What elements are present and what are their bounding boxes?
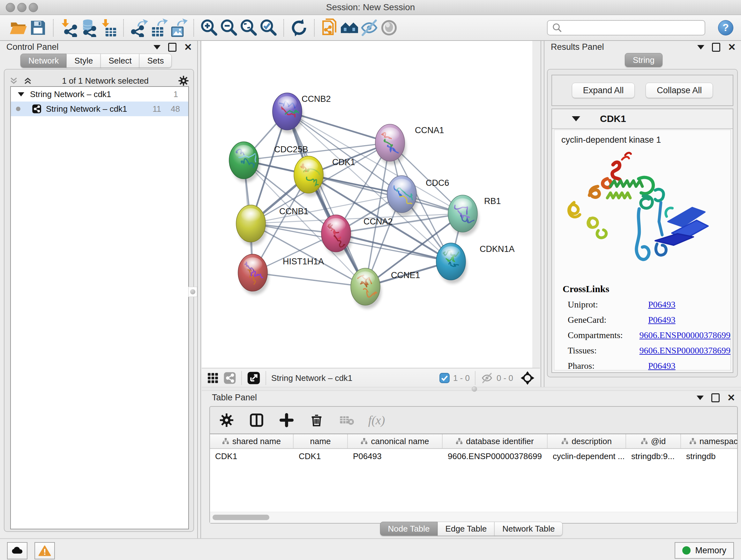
panel-float-icon[interactable] [712, 43, 720, 52]
column-header-shared-name[interactable]: shared name [210, 434, 293, 448]
network-node-CDK1[interactable]: CDK1 [294, 156, 355, 197]
export-image-button[interactable] [169, 18, 188, 38]
column-header-description[interactable]: description [548, 434, 626, 448]
tab-network-table[interactable]: Network Table [494, 522, 562, 536]
crosslink-link[interactable]: P06493 [648, 300, 676, 310]
crosslink-link[interactable]: P06493 [648, 315, 676, 325]
houses-icon [340, 18, 359, 37]
horizontal-splitter[interactable] [202, 387, 741, 391]
import-string-network-button[interactable] [320, 18, 340, 38]
function-builder-button[interactable]: f(x) [368, 412, 385, 428]
panel-close-icon[interactable]: ✕ [728, 43, 736, 52]
panel-close-icon[interactable]: ✕ [184, 43, 192, 52]
right-splitter[interactable] [541, 41, 544, 387]
column-header--id[interactable]: @id [626, 434, 681, 448]
network-node-CCNE1[interactable]: CCNE1 [351, 268, 420, 309]
hide-details-button[interactable] [359, 18, 379, 38]
table-cell[interactable]: 9606.ENSP00000378699 [443, 449, 548, 463]
panel-float-icon[interactable] [711, 393, 720, 402]
grid-view-icon[interactable] [207, 372, 219, 384]
zoom-in-button[interactable] [199, 18, 219, 38]
left-splitter-handle[interactable] [188, 287, 197, 297]
tab-select[interactable]: Select [100, 54, 139, 68]
zoom-selected-button[interactable] [259, 18, 278, 38]
collapse-all-button[interactable]: Collapse All [646, 83, 713, 98]
table-cell[interactable]: stringdb [681, 449, 737, 463]
tab-sets[interactable]: Sets [139, 54, 172, 68]
tab-string[interactable]: String [625, 53, 663, 67]
selected-checkbox-icon[interactable] [439, 373, 450, 383]
zoom-out-button[interactable] [219, 18, 239, 38]
add-column-button[interactable] [278, 412, 295, 428]
delete-column-button[interactable] [308, 412, 325, 428]
table-horizontal-scrollbar[interactable] [210, 512, 737, 523]
string-home-button[interactable] [340, 18, 359, 38]
hidden-eye-icon[interactable] [481, 372, 493, 384]
collapse-section-icon[interactable] [572, 116, 580, 121]
network-node-HIST1H1A[interactable]: HIST1H1A [238, 254, 324, 295]
gear-icon[interactable] [178, 75, 189, 86]
panel-menu-icon[interactable] [697, 45, 704, 50]
delete-table-button[interactable] [338, 412, 355, 428]
column-header-namespace[interactable]: namespace [681, 434, 737, 448]
collapse-all-icon[interactable] [9, 76, 18, 85]
network-tree-row[interactable]: String Network – cdk1 1 [11, 87, 188, 102]
export-table-button[interactable] [149, 18, 169, 38]
panel-close-icon[interactable]: ✕ [727, 393, 735, 402]
network-canvas[interactable]: CCNB2 CCNA1 CDC25B CDK1 CDC6 RB1 CCNB1 C… [202, 41, 532, 368]
crosslink-link[interactable]: P06493 [648, 361, 676, 370]
export-network-button[interactable] [129, 18, 149, 38]
protein-section-header[interactable]: CDK1 [552, 109, 733, 129]
table-settings-button[interactable] [218, 412, 235, 428]
left-splitter[interactable] [197, 41, 201, 538]
import-network-file-button[interactable] [59, 18, 78, 38]
open-session-button[interactable] [8, 18, 28, 38]
panel-menu-icon[interactable] [697, 395, 704, 400]
zoom-fit-button[interactable] [239, 18, 259, 38]
string-document-icon [320, 18, 339, 37]
table-cell[interactable]: CDK1 [293, 449, 348, 463]
network-node-RB1[interactable]: RB1 [448, 195, 501, 236]
crosslink-link[interactable]: 9606.ENSP00000378699 [639, 346, 731, 356]
network-tree-row[interactable]: String Network – cdk1 11 48 [11, 102, 188, 116]
tab-node-table[interactable]: Node Table [380, 522, 438, 536]
tab-network[interactable]: Network [20, 54, 67, 68]
scrollbar-thumb[interactable] [212, 515, 269, 520]
network-view-icon[interactable] [223, 372, 236, 384]
column-header-canonical-name[interactable]: canonical name [348, 434, 443, 448]
tab-style[interactable]: Style [66, 54, 101, 68]
network-node-CDC6[interactable]: CDC6 [387, 176, 449, 216]
select-columns-button[interactable] [248, 412, 265, 428]
panel-menu-icon[interactable] [153, 45, 160, 50]
help-button[interactable]: ? [718, 20, 733, 36]
memory-button[interactable]: Memory [675, 542, 734, 559]
column-header-database-identifier[interactable]: database identifier [443, 434, 548, 448]
show-details-button[interactable] [379, 18, 399, 38]
network-node-CDKN1A[interactable]: CDKN1A [436, 243, 515, 284]
table-cell[interactable]: cyclin-dependent ... [548, 449, 626, 463]
panel-float-icon[interactable] [168, 43, 177, 52]
network-node-CCNA1[interactable]: CCNA1 [375, 124, 444, 165]
cloud-status-button[interactable] [7, 542, 27, 559]
refresh-view-button[interactable] [289, 18, 309, 38]
search-input[interactable] [563, 22, 704, 34]
splitter-handle-dot[interactable] [472, 386, 477, 392]
crosslink-link[interactable]: 9606.ENSP00000378699 [639, 330, 731, 340]
open-in-window-icon[interactable] [247, 371, 260, 385]
tab-edge-table[interactable]: Edge Table [437, 522, 495, 536]
table-cell[interactable]: stringdb:9... [626, 449, 681, 463]
warning-status-button[interactable] [35, 542, 55, 559]
network-node-CCNB2[interactable]: CCNB2 [273, 93, 331, 133]
tree-expand-icon[interactable] [18, 92, 24, 97]
table-cell[interactable]: CDK1 [210, 449, 293, 463]
import-table-file-button[interactable] [98, 18, 118, 38]
birdseye-crosshair-icon[interactable] [520, 371, 535, 385]
save-session-button[interactable] [28, 18, 48, 38]
column-header-name[interactable]: name [293, 434, 348, 448]
table-row[interactable]: CDK1CDK1P064939606.ENSP00000378699cyclin… [210, 449, 737, 463]
network-edge[interactable] [253, 273, 365, 287]
expand-all-icon[interactable] [23, 76, 32, 85]
import-network-database-button[interactable] [78, 18, 98, 38]
table-cell[interactable]: P06493 [348, 449, 443, 463]
expand-all-button[interactable]: Expand All [572, 83, 635, 98]
